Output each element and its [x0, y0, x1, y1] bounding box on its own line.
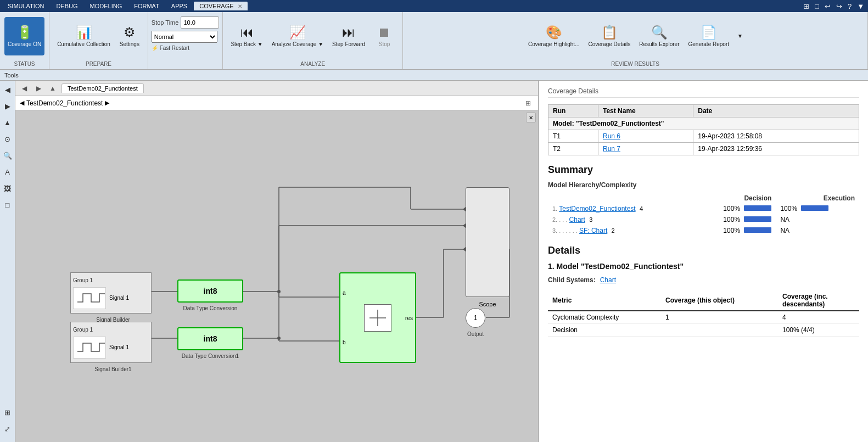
- signal-builder-2[interactable]: Group 1 Signal 1 Signal Builder1: [70, 322, 152, 363]
- nav-up[interactable]: ▲: [47, 83, 58, 94]
- normal-select[interactable]: Normal: [152, 31, 217, 43]
- generate-report-icon: 📄: [701, 25, 717, 40]
- left-btn-image[interactable]: 🖼: [1, 182, 14, 195]
- icon-dropdown[interactable]: ▼: [855, 2, 866, 11]
- tools-label: Tools: [4, 72, 19, 79]
- run6-link[interactable]: Run 6: [603, 132, 620, 140]
- icon-redo[interactable]: ↪: [835, 2, 844, 11]
- toolbar-status-row: 🔋 Coverage ON: [4, 14, 44, 58]
- scope-block[interactable]: Scope: [466, 187, 509, 297]
- stop-label: Stop: [379, 41, 390, 48]
- coverage-highlight-label: Coverage Highlight...: [528, 41, 579, 48]
- output-block[interactable]: 1 Output: [466, 308, 485, 328]
- chart-port-a: a: [343, 290, 346, 296]
- left-btn-zoom-in[interactable]: 🔍: [1, 149, 14, 162]
- left-btn-back[interactable]: ◀: [1, 83, 14, 96]
- test-name-t1[interactable]: Run 6: [598, 130, 693, 143]
- run-row-t2: T2 Run 7 19-Apr-2023 12:59:36: [548, 143, 859, 155]
- dtc2-label: int8: [204, 334, 217, 343]
- menu-item-coverage[interactable]: COVERAGE ✕: [194, 2, 247, 10]
- details-title: Details: [548, 245, 859, 256]
- cumulative-collection-icon: 📊: [76, 25, 92, 40]
- coverage-highlight-icon: 🎨: [546, 25, 562, 40]
- signal-builder-1-signal-label: Signal 1: [109, 295, 129, 301]
- left-btn-rect[interactable]: □: [1, 198, 14, 211]
- left-btn-target[interactable]: ⊙: [1, 132, 14, 146]
- analyze-coverage-button[interactable]: 📈 Analyze Coverage ▼: [268, 17, 327, 55]
- metrics-col-this: Coverage (this object): [661, 290, 778, 311]
- canvas-close-btn[interactable]: ✕: [526, 113, 536, 122]
- coverage-on-button[interactable]: 🔋 Coverage ON: [4, 17, 44, 55]
- left-btn-terminal[interactable]: ⊞: [1, 406, 14, 419]
- data-type-conv-1[interactable]: int8 Data Type Conversion: [177, 279, 243, 303]
- coverage-highlight-button[interactable]: 🎨 Coverage Highlight...: [525, 17, 583, 55]
- coverage-details-icon: 📋: [601, 25, 618, 40]
- run7-link[interactable]: Run 7: [603, 145, 620, 153]
- child-systems-link[interactable]: Chart: [600, 276, 616, 284]
- status-section-label: STATUS: [14, 61, 35, 67]
- nav-back[interactable]: ◀: [19, 83, 30, 94]
- hierarchy-decision: 100%: [693, 203, 776, 214]
- toolbar-review-row: 🎨 Coverage Highlight... 📋 Coverage Detai…: [525, 14, 746, 58]
- signal-builder-2-top-label: Group 1: [73, 327, 93, 333]
- hierarchy-table: Decision Execution 1. TestDemo02_Functio…: [548, 193, 859, 236]
- coverage-on-label: Coverage ON: [8, 41, 41, 48]
- stop-button[interactable]: ⏹ Stop: [371, 17, 398, 55]
- left-btn-list[interactable]: ≡: [1, 439, 14, 442]
- menu-item-modeling[interactable]: MODELING: [85, 2, 128, 10]
- coverage-tab-close[interactable]: ✕: [238, 3, 242, 9]
- icon-undo[interactable]: ↩: [823, 2, 832, 11]
- top-menu-bar: SIMULATION DEBUG MODELING FORMAT APPS CO…: [0, 0, 868, 12]
- metrics-row: Decision 100% (4/4): [548, 324, 859, 337]
- menu-item-format[interactable]: FORMAT: [128, 2, 165, 10]
- results-explorer-button[interactable]: 🔍 Results Explorer: [636, 17, 682, 55]
- hierarchy-col-decision: Decision: [693, 193, 776, 203]
- hierarchy-decision: 100%: [693, 225, 776, 236]
- more-button[interactable]: ▼: [735, 17, 746, 55]
- tools-bar: Tools: [0, 70, 868, 81]
- menu-item-simulation[interactable]: SIMULATION: [2, 2, 49, 10]
- breadcrumb-tab[interactable]: TestDemo02_Functiontest: [61, 83, 144, 93]
- data-type-conv-2[interactable]: int8 Data Type Conversion1: [177, 327, 243, 350]
- toolbar-prepare-row: 📊 Cumulative Collection ⚙ Settings: [54, 14, 143, 58]
- icon-grid[interactable]: ⊞: [802, 2, 811, 11]
- hierarchy-row: 1. TestDemo02_Functiontest 4 100% 100%: [548, 203, 859, 214]
- chart-block[interactable]: a b res: [339, 272, 416, 363]
- icon-window[interactable]: □: [813, 2, 821, 11]
- col-test-name: Test Name: [598, 105, 693, 118]
- child-systems-row: Child Systems: Chart: [548, 276, 859, 284]
- stop-time-input[interactable]: [181, 16, 219, 29]
- settings-button[interactable]: ⚙ Settings: [116, 17, 143, 55]
- cumulative-collection-button[interactable]: 📊 Cumulative Collection: [54, 17, 114, 55]
- nav-forward[interactable]: ▶: [33, 83, 44, 94]
- date-t1: 19-Apr-2023 12:58:08: [693, 130, 859, 143]
- canvas-expand-btn[interactable]: ⊞: [523, 98, 534, 109]
- svg-point-13: [277, 337, 281, 340]
- step-back-button[interactable]: ⏮ Step Back ▼: [227, 17, 266, 55]
- canvas-area[interactable]: Scope Group 1 Signal 1 Signal Builder: [15, 110, 538, 442]
- step-back-label: Step Back ▼: [231, 41, 262, 48]
- normal-row: Normal: [152, 31, 220, 43]
- menu-item-apps[interactable]: APPS: [166, 2, 193, 10]
- test-name-t2[interactable]: Run 7: [598, 143, 693, 155]
- metric-name: Cyclomatic Complexity: [548, 311, 661, 324]
- hierarchy-name: 2. . . . Chart 3: [548, 214, 693, 225]
- hierarchy-name: 1. TestDemo02_Functiontest 4: [548, 203, 693, 214]
- left-btn-up[interactable]: ▲: [1, 116, 14, 129]
- left-btn-forward[interactable]: ▶: [1, 99, 14, 113]
- left-btn-expand[interactable]: ⤢: [1, 422, 14, 435]
- chart-res-label: res: [405, 315, 413, 321]
- hierarchy-execution: NA: [776, 225, 859, 236]
- icon-help[interactable]: ?: [846, 2, 853, 11]
- coverage-details-button[interactable]: 📋 Coverage Details: [585, 17, 634, 55]
- step-forward-button[interactable]: ⏭ Step Forward: [329, 17, 368, 55]
- left-btn-text[interactable]: A: [1, 165, 14, 178]
- step-forward-label: Step Forward: [332, 41, 365, 48]
- signal-builder-1[interactable]: Group 1 Signal 1 Signal Builder: [70, 272, 152, 314]
- stop-time-row: Stop Time: [152, 16, 220, 29]
- model-row-label: Model: "TestDemo02_Functiontest": [548, 118, 859, 130]
- menu-item-debug[interactable]: DEBUG: [51, 2, 83, 10]
- chart-port-b: b: [343, 339, 346, 345]
- generate-report-button[interactable]: 📄 Generate Report: [685, 17, 733, 55]
- scope-label: Scope: [479, 301, 496, 307]
